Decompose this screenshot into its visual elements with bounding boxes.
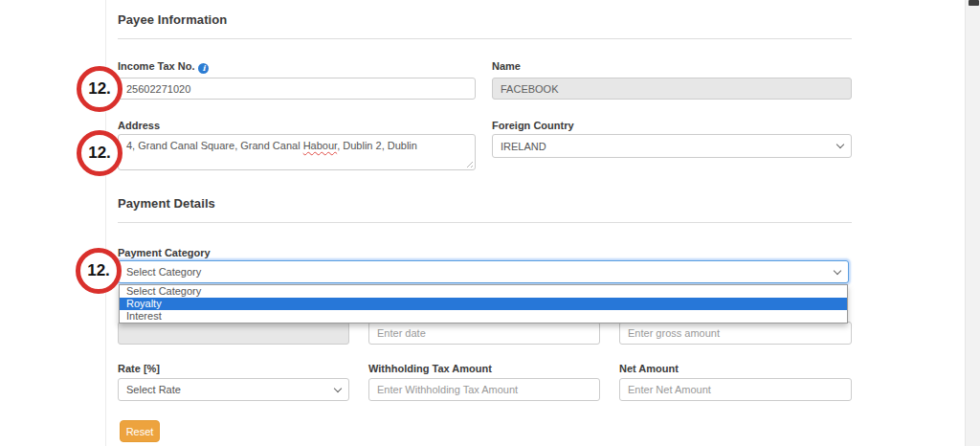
info-icon[interactable]: i xyxy=(198,63,209,74)
address-text: 4, Grand Canal Square, Grand Canal xyxy=(126,140,303,151)
net-amount-input[interactable] xyxy=(619,378,852,401)
net-amount-label: Net Amount xyxy=(619,363,679,374)
rate-label: Rate [%] xyxy=(118,363,160,374)
name-input xyxy=(492,78,852,100)
payment-category-select[interactable]: Select Category xyxy=(118,260,849,283)
chevron-down-icon xyxy=(837,145,843,147)
address-label: Address xyxy=(118,120,160,131)
chevron-down-icon xyxy=(835,271,840,274)
payment-category-label: Payment Category xyxy=(118,247,211,258)
payment-type-input-disabled xyxy=(118,322,349,345)
name-label: Name xyxy=(492,60,521,72)
foreign-country-label: Foreign Country xyxy=(492,120,574,131)
dropdown-option-royalty[interactable]: Royalty xyxy=(120,298,847,310)
dropdown-option-interest[interactable]: Interest xyxy=(120,310,847,323)
payee-section-title: Payee Information xyxy=(118,12,227,27)
section-divider xyxy=(118,222,852,223)
step-annotation: 12. xyxy=(77,66,122,112)
payment-category-dropdown: Select Category Royalty Interest xyxy=(119,284,848,323)
chevron-down-icon xyxy=(335,389,341,391)
payment-date-input[interactable] xyxy=(368,322,600,345)
income-tax-label: Income Tax No.i xyxy=(118,60,209,74)
foreign-country-select[interactable]: IRELAND xyxy=(492,134,852,158)
withholding-tax-label: Withholding Tax Amount xyxy=(368,363,492,374)
reset-button[interactable]: Reset xyxy=(120,420,160,442)
dropdown-option-select-category[interactable]: Select Category xyxy=(120,285,847,298)
scrollbar-thumb[interactable] xyxy=(969,0,979,6)
scrollbar-track[interactable] xyxy=(965,0,980,446)
income-tax-input[interactable] xyxy=(118,78,476,100)
step-annotation: 12. xyxy=(77,130,122,176)
rate-select[interactable]: Select Rate xyxy=(118,378,349,401)
step-annotation: 12. xyxy=(76,248,122,294)
gross-amount-input[interactable] xyxy=(619,322,852,345)
withholding-tax-input[interactable] xyxy=(368,378,600,401)
textarea-resize-handle[interactable] xyxy=(464,159,473,167)
address-text: , Dublin 2, Dublin xyxy=(337,140,417,151)
address-textarea[interactable]: 4, Grand Canal Square, Grand Canal Habou… xyxy=(118,134,476,170)
section-divider xyxy=(118,38,852,39)
payment-section-title: Payment Details xyxy=(118,196,215,211)
address-misspelled-word: Habour xyxy=(303,140,337,151)
